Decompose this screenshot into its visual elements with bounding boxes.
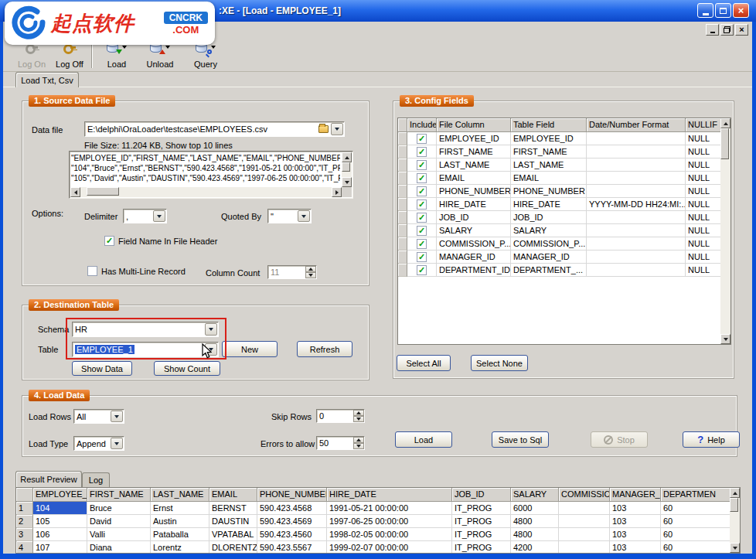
- result-column-header[interactable]: FIRST_NAME: [87, 488, 151, 502]
- nullif-cell[interactable]: NULL: [686, 211, 720, 224]
- result-cell[interactable]: Valli: [87, 528, 151, 541]
- schema-select[interactable]: HR: [72, 322, 219, 337]
- result-cell[interactable]: 104: [33, 502, 87, 515]
- close-button[interactable]: ×: [733, 3, 749, 18]
- scrollbar-track[interactable]: [342, 162, 352, 177]
- result-cell[interactable]: 4800: [511, 528, 559, 541]
- table-field-cell[interactable]: PHONE_NUMBER: [511, 185, 587, 198]
- minimize-button[interactable]: [697, 3, 713, 18]
- table-field-cell[interactable]: JOB_ID: [511, 211, 587, 224]
- spin-down-button[interactable]: [305, 272, 316, 278]
- format-cell[interactable]: [587, 172, 686, 185]
- result-cell[interactable]: BERNST: [209, 502, 257, 515]
- table-field-cell[interactable]: FIRST_NAME: [511, 145, 587, 158]
- child-restore-button[interactable]: [720, 24, 734, 36]
- result-column-header[interactable]: EMPLOYEE_ID: [33, 488, 87, 502]
- file-column-cell[interactable]: FIRST_NAME: [437, 145, 511, 158]
- format-cell[interactable]: [587, 264, 686, 277]
- browse-button[interactable]: [316, 122, 330, 136]
- load-button[interactable]: Load: [395, 431, 452, 448]
- include-cell[interactable]: ✓: [407, 211, 437, 224]
- file-column-cell[interactable]: EMPLOYEE_ID: [437, 132, 511, 145]
- select-all-button[interactable]: Select All: [397, 355, 451, 371]
- nullif-cell[interactable]: NULL: [686, 224, 720, 237]
- file-column-cell[interactable]: EMAIL: [437, 172, 511, 185]
- save-to-sql-button[interactable]: Save to Sql: [492, 431, 549, 448]
- help-button[interactable]: ? Help: [683, 431, 740, 448]
- file-column-cell[interactable]: MANAGER_ID: [437, 251, 511, 264]
- result-cell[interactable]: IT_PROG: [452, 502, 511, 515]
- result-cell[interactable]: IT_PROG: [452, 528, 511, 541]
- table-field-cell[interactable]: LAST_NAME: [511, 158, 587, 172]
- scrollbar-thumb[interactable]: [342, 162, 350, 172]
- spin-up-button[interactable]: [353, 437, 364, 443]
- result-cell[interactable]: 590.423.5567: [257, 541, 327, 553]
- preview-hscrollbar[interactable]: [70, 187, 342, 197]
- config-vscrollbar[interactable]: [720, 118, 730, 344]
- dropdown-button[interactable]: [298, 210, 310, 222]
- nullif-cell[interactable]: NULL: [686, 251, 720, 264]
- result-grid[interactable]: EMPLOYEE_IDFIRST_NAMELAST_NAMEEMAILPHONE…: [15, 487, 741, 554]
- refresh-button[interactable]: Refresh: [297, 341, 352, 357]
- result-column-header[interactable]: SALARY: [511, 488, 559, 502]
- load-type-select[interactable]: Append: [73, 436, 124, 451]
- file-column-cell[interactable]: COMMISSION_P...: [437, 237, 511, 251]
- result-cell[interactable]: 6000: [511, 502, 559, 515]
- file-column-cell[interactable]: JOB_ID: [437, 211, 511, 224]
- include-cell[interactable]: ✓: [407, 185, 437, 198]
- result-column-header[interactable]: PHONE_NUMBER: [257, 488, 327, 502]
- scroll-up-button[interactable]: [730, 488, 740, 498]
- quoted-by-select[interactable]: ": [267, 209, 312, 223]
- format-cell[interactable]: [587, 237, 686, 251]
- result-cell[interactable]: Lorentz: [151, 541, 209, 553]
- include-cell[interactable]: ✓: [407, 224, 437, 237]
- scroll-down-button[interactable]: [720, 334, 730, 344]
- checkbox-checked-icon[interactable]: ✓: [417, 226, 427, 236]
- table-field-cell[interactable]: EMPLOYEE_ID: [511, 132, 587, 145]
- checkbox-checked-icon[interactable]: ✓: [417, 252, 427, 262]
- result-cell[interactable]: IT_PROG: [452, 541, 511, 553]
- format-cell[interactable]: [587, 251, 686, 264]
- dropdown-button[interactable]: [111, 438, 123, 449]
- checkbox-checked-icon[interactable]: ✓: [417, 186, 427, 196]
- result-cell[interactable]: 106: [33, 528, 87, 541]
- config-column-header[interactable]: Date/Number Format: [587, 118, 686, 132]
- include-cell[interactable]: ✓: [407, 264, 437, 277]
- nullif-cell[interactable]: NULL: [686, 172, 720, 185]
- result-cell[interactable]: [559, 541, 610, 553]
- table-field-cell[interactable]: MANAGER_ID: [511, 251, 587, 264]
- table-field-cell[interactable]: EMAIL: [511, 172, 587, 185]
- tab-result-preview[interactable]: Result Preview: [15, 471, 82, 487]
- nullif-cell[interactable]: NULL: [686, 198, 720, 211]
- result-cell[interactable]: Bruce: [87, 502, 151, 515]
- tab-log[interactable]: Log: [82, 472, 110, 487]
- scrollbar-track[interactable]: [80, 187, 332, 197]
- skip-rows-spinner[interactable]: 0: [316, 409, 365, 423]
- dropdown-button[interactable]: [205, 323, 217, 336]
- result-cell[interactable]: 1997-06-25 00:00:00: [327, 515, 452, 528]
- include-cell[interactable]: ✓: [407, 251, 437, 264]
- result-cell[interactable]: 590.423.4569: [257, 515, 327, 528]
- chevron-down-icon[interactable]: [211, 46, 216, 49]
- result-cell[interactable]: DLORENTZ: [209, 541, 257, 553]
- child-close-button[interactable]: ×: [735, 24, 748, 36]
- result-column-header[interactable]: HIRE_DATE: [327, 488, 452, 502]
- load-rows-select[interactable]: All: [73, 409, 124, 424]
- chevron-down-icon[interactable]: [165, 46, 170, 49]
- include-cell[interactable]: ✓: [407, 198, 437, 211]
- file-column-cell[interactable]: LAST_NAME: [437, 158, 511, 172]
- result-column-header[interactable]: EMAIL: [209, 488, 257, 502]
- result-cell[interactable]: 103: [610, 515, 661, 528]
- format-cell[interactable]: [587, 224, 686, 237]
- field-header-checkbox[interactable]: ✓ Field Name In File Header: [104, 236, 217, 246]
- result-cell[interactable]: David: [87, 515, 151, 528]
- maximize-button[interactable]: [715, 3, 731, 18]
- result-vscrollbar[interactable]: [730, 488, 740, 553]
- result-cell[interactable]: 60: [661, 541, 730, 553]
- row-number-cell[interactable]: 4: [16, 541, 33, 553]
- result-column-header[interactable]: COMMISSIO: [559, 488, 610, 502]
- checkbox-checked-icon[interactable]: ✓: [417, 265, 427, 275]
- new-button[interactable]: New: [222, 341, 278, 357]
- result-cell[interactable]: [559, 528, 610, 541]
- scroll-up-button[interactable]: [720, 118, 730, 128]
